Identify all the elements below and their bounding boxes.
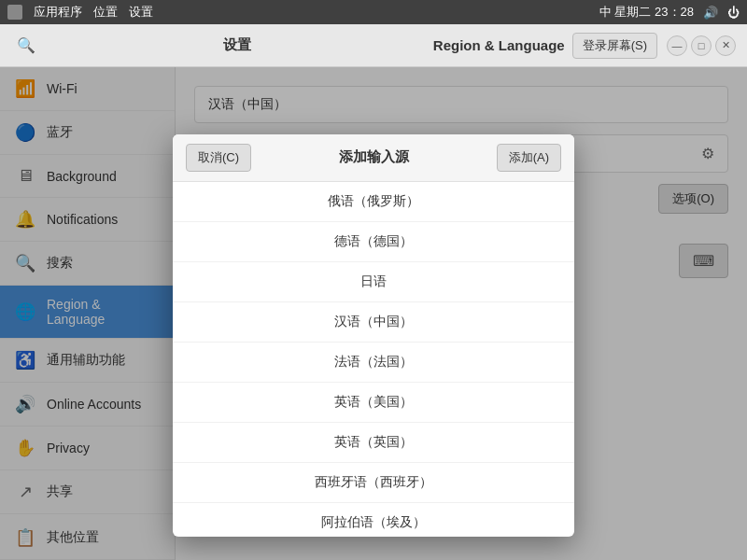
modal-cancel-button[interactable]: 取消(C) (186, 144, 251, 172)
modal-title: 添加输入源 (339, 148, 409, 166)
list-item[interactable]: 西班牙语（西班牙） (173, 463, 574, 503)
list-item[interactable]: 德语（德国） (173, 222, 574, 262)
list-item[interactable]: 英语（英国） (173, 423, 574, 463)
login-screen-button[interactable]: 登录屏幕(S) (572, 33, 657, 59)
window-titlebar: 🔍 设置 Region & Language 登录屏幕(S) — □ ✕ (0, 24, 747, 67)
volume-icon[interactable]: 🔊 (703, 6, 718, 20)
top-menu-bar: 应用程序 位置 设置 中 星期二 23：28 🔊 ⏻ (0, 0, 747, 24)
power-icon[interactable]: ⏻ (727, 6, 740, 20)
main-content: 📶 Wi-Fi 🔵 蓝牙 🖥 Background 🔔 Notification… (0, 67, 747, 560)
modal-overlay: 取消(C) 添加输入源 添加(A) 俄语（俄罗斯） 德语（德国） 日语 汉语（中… (0, 67, 747, 560)
window-title: 设置 (223, 36, 251, 52)
minimize-button[interactable]: — (667, 35, 687, 56)
add-input-source-modal: 取消(C) 添加输入源 添加(A) 俄语（俄罗斯） 德语（德国） 日语 汉语（中… (173, 134, 574, 537)
list-item[interactable]: 英语（美国） (173, 383, 574, 423)
list-item[interactable]: 阿拉伯语（埃及） (173, 503, 574, 537)
list-item[interactable]: 日语 (173, 262, 574, 302)
list-item[interactable]: 汉语（中国） (173, 302, 574, 343)
list-item[interactable]: 俄语（俄罗斯） (173, 182, 574, 222)
right-panel: 汉语（中国） 中国（汉语） ⚙ 选项(O) ⌨ 取消(C) 添加输入源 添加( (176, 67, 747, 560)
region-title: Region & Language (433, 37, 565, 53)
settings-window: 🔍 设置 Region & Language 登录屏幕(S) — □ ✕ 📶 W… (0, 24, 747, 560)
modal-add-button[interactable]: 添加(A) (497, 144, 561, 172)
settings-menu[interactable]: 设置 (129, 4, 153, 21)
close-button[interactable]: ✕ (715, 35, 736, 56)
search-button[interactable]: 🔍 (11, 31, 41, 61)
app-menu[interactable]: 应用程序 (34, 4, 82, 21)
input-source-list: 俄语（俄罗斯） 德语（德国） 日语 汉语（中国） 法语（法国） 英语（美国） 英… (173, 182, 574, 537)
location-menu[interactable]: 位置 (93, 4, 118, 21)
modal-header: 取消(C) 添加输入源 添加(A) (173, 134, 574, 182)
maximize-button[interactable]: □ (691, 35, 712, 56)
clock: 中 星期二 23：28 (599, 4, 694, 21)
list-item[interactable]: 法语（法国） (173, 343, 574, 383)
app-icon (7, 5, 22, 20)
